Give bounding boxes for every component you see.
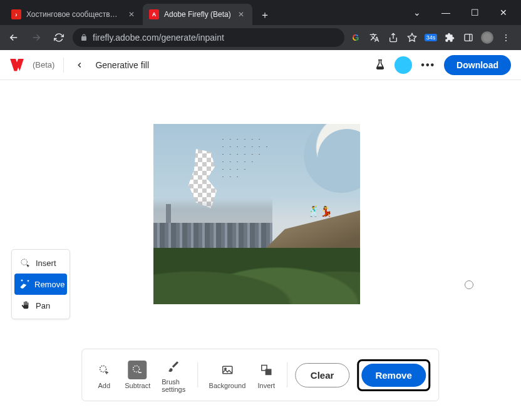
svg-rect-7 [266, 369, 271, 374]
user-avatar[interactable] [395, 56, 412, 74]
url-text: firefly.adobe.com/generate/inpaint [93, 33, 224, 43]
translate-icon[interactable] [368, 31, 381, 44]
nav-back-button[interactable] [5, 29, 23, 46]
invert-icon [257, 361, 276, 379]
invert-label: Invert [258, 382, 276, 389]
tab-title-0: Хостинговое сообщество «Time [26, 10, 121, 19]
eraser-sparkle-icon [19, 279, 29, 290]
brush-add-label: Add [98, 382, 110, 389]
reload-button[interactable] [50, 29, 68, 46]
tool-insert[interactable]: Insert [14, 252, 67, 274]
brush-subtract-button[interactable]: Subtract [121, 359, 154, 391]
bottom-toolbar: Add Subtract Brush settings Background [81, 349, 439, 401]
clear-button[interactable]: Clear [295, 363, 350, 387]
tool-pan[interactable]: Pan [14, 295, 67, 316]
app-header: (Beta) Generative fill ••• Download [0, 50, 521, 80]
extensions-icon[interactable] [443, 31, 456, 44]
tool-pan-label: Pan [36, 301, 50, 310]
svg-point-3 [133, 366, 140, 372]
share-icon[interactable] [387, 31, 400, 44]
close-icon[interactable]: ✕ [236, 9, 246, 19]
hand-icon [19, 300, 31, 311]
select-background-label: Background [209, 382, 246, 389]
remove-highlight-frame: Remove [357, 359, 430, 391]
brush-settings-label: Brush settings [162, 378, 186, 393]
profile-avatar[interactable] [481, 31, 493, 44]
select-background-button[interactable]: Background [205, 359, 250, 391]
bookmark-icon[interactable] [406, 31, 418, 44]
tool-remove[interactable]: Remove [14, 274, 67, 295]
more-menu-button[interactable]: ••• [421, 59, 435, 71]
extension-badge[interactable]: 34s [425, 31, 437, 44]
brush-add-button[interactable]: Add [91, 359, 117, 391]
address-bar[interactable]: firefly.adobe.com/generate/inpaint [73, 28, 344, 47]
remove-button[interactable]: Remove [361, 364, 425, 387]
browser-tab-1[interactable]: A Adobe Firefly (Beta) ✕ [143, 4, 252, 25]
adobe-logo [10, 59, 24, 71]
svg-rect-0 [465, 34, 472, 41]
tool-panel: Insert Remove Pan [11, 249, 70, 319]
brush-subtract-label: Subtract [125, 382, 150, 389]
svg-point-2 [100, 366, 106, 372]
sidepanel-icon[interactable] [462, 31, 475, 44]
tab-title-1: Adobe Firefly (Beta) [164, 10, 231, 19]
close-window-button[interactable]: ✕ [495, 4, 512, 21]
beta-label: (Beta) [33, 60, 54, 69]
close-icon[interactable]: ✕ [126, 9, 137, 19]
lock-icon [80, 34, 88, 41]
google-icon[interactable]: G [349, 31, 362, 44]
back-button[interactable] [73, 61, 86, 69]
tab-favicon-1: A [149, 9, 159, 19]
invert-button[interactable]: Invert [253, 359, 279, 391]
download-button[interactable]: Download [444, 55, 511, 75]
minimize-button[interactable]: ― [437, 4, 455, 21]
beaker-icon[interactable] [374, 59, 386, 71]
nav-forward-button[interactable] [28, 29, 45, 46]
divider [63, 58, 64, 73]
chevron-down-icon[interactable]: ⌄ [408, 4, 426, 21]
variation-indicator[interactable] [465, 280, 473, 289]
maximize-button[interactable]: ☐ [466, 4, 483, 21]
browser-tab-0[interactable]: › Хостинговое сообщество «Time ✕ [5, 4, 143, 25]
brush-icon [165, 357, 183, 376]
canvas-image[interactable]: ˇ ˇ ˇ ˇ ˇ ˇˇ ˇ ˇ ˇ ˇ ˇ ˇˇ ˇ ˇ ˇ ˇ ˇˇ ˇ ˇ… [153, 124, 360, 304]
browser-menu-button[interactable]: ⋮ [500, 31, 512, 44]
svg-point-1 [21, 259, 27, 265]
tab-favicon-0: › [11, 9, 21, 19]
breadcrumb: Generative fill [95, 60, 149, 70]
image-icon [218, 361, 237, 379]
tool-remove-label: Remove [34, 280, 64, 289]
sparkle-plus-icon [19, 257, 31, 269]
brush-settings-button[interactable]: Brush settings [158, 356, 190, 394]
brush-minus-icon [128, 361, 147, 379]
tool-insert-label: Insert [36, 259, 56, 268]
brush-plus-icon [95, 361, 113, 379]
new-tab-button[interactable]: ＋ [256, 6, 274, 24]
